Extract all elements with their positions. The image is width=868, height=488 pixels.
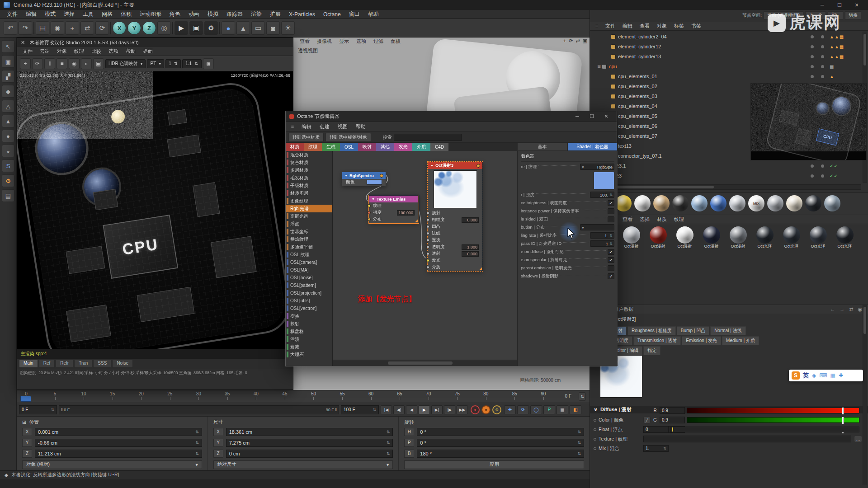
keying-tool-button[interactable]: ◧ <box>570 405 581 414</box>
object-name[interactable]: cpu_elements_02 <box>618 84 657 89</box>
toolbar-icon[interactable]: ▣ <box>189 21 203 35</box>
toolbar-icon[interactable] <box>33 22 34 34</box>
node-input-row[interactable]: 置换 <box>428 237 482 244</box>
ime-toolbar[interactable]: S 英 ◈⌨▦✚ <box>789 370 863 381</box>
hdr-tonemap-dropdown[interactable]: HDR 色调映射▾ <box>105 59 146 68</box>
material-preset-sphere[interactable] <box>653 195 670 211</box>
property-control[interactable]: ✓ <box>608 273 614 279</box>
menu-item[interactable]: 体积 <box>117 10 136 18</box>
material-preset-sphere[interactable] <box>672 195 689 211</box>
material-menu-item[interactable]: 查看 <box>619 216 636 223</box>
texture-link-field[interactable] <box>643 436 851 442</box>
object-name[interactable]: cpu_elements_07 <box>618 133 657 139</box>
property-control[interactable] <box>608 208 614 214</box>
viewport-menu-item[interactable]: 选项 <box>353 38 370 45</box>
input-pin[interactable] <box>426 232 429 235</box>
ime-logo-icon[interactable]: S <box>792 371 800 380</box>
material-preset-sphere[interactable]: MIX <box>748 195 764 211</box>
record-button[interactable]: ● <box>471 405 480 414</box>
render-pass-tab[interactable]: Noise <box>112 360 133 368</box>
toolbar-icon[interactable]: ◙ <box>266 21 280 35</box>
record-button[interactable]: ● <box>481 405 491 414</box>
library-item[interactable]: OSL[pattern] <box>286 282 332 289</box>
input-pin[interactable] <box>368 204 371 207</box>
render-pass-tab[interactable]: Tran <box>74 360 92 368</box>
attribute-nav-icon[interactable]: ◉ <box>858 306 862 312</box>
input-pin[interactable] <box>368 211 371 214</box>
object-tags[interactable]: ▲▲▦ <box>830 34 859 39</box>
property-control[interactable]: RgbSpe <box>580 164 614 170</box>
library-item[interactable]: OSL[utils] <box>286 297 332 305</box>
object-row[interactable]: 灯光3.1 ✓✓ <box>590 161 861 171</box>
object-manager-menu-item[interactable]: 标签 <box>670 23 688 29</box>
library-item[interactable]: 变换 <box>286 312 332 320</box>
expand-icon[interactable]: ⊟ <box>596 64 602 69</box>
object-name[interactable]: element_cylinder13 <box>618 54 661 59</box>
input-pin[interactable] <box>426 239 429 242</box>
toolbar-icon[interactable]: + <box>66 21 79 35</box>
spin-icon[interactable]: ⇅ <box>577 451 581 456</box>
position-value-field[interactable]: 0.001 cm⇅ <box>35 428 202 436</box>
render-pass-tab[interactable]: SSS <box>93 360 111 368</box>
object-tags[interactable]: ▲ <box>830 74 859 79</box>
node-oct-diffuse3[interactable]: ▼Oct漫射3 漫射 粗糙度0.000 凹凸 法线 置换 透明度1.000 透射… <box>428 162 483 271</box>
viewport-menu-item[interactable]: 过滤 <box>370 38 387 45</box>
window-control-button[interactable]: ☐ <box>832 2 847 8</box>
ime-tool-icon[interactable]: ✚ <box>839 372 843 379</box>
node-texture-emission[interactable]: ▼Texture Emiss 纹理 强度100.000 分布 ◢ <box>369 195 419 223</box>
object-name[interactable]: cpu_elements_05 <box>618 113 657 119</box>
property-control[interactable] <box>580 224 614 230</box>
material-thumbnail[interactable]: Oct漫射 <box>672 226 698 250</box>
transport-button[interactable]: ◀| <box>393 405 405 414</box>
color-swatch[interactable] <box>367 180 382 185</box>
spin-icon[interactable]: ⇅ <box>577 430 581 434</box>
library-item[interactable]: 大理石 <box>286 351 332 358</box>
size-value-field[interactable]: 18.361 cm⇅ <box>226 428 393 436</box>
node-input-row[interactable]: 粗糙度0.000 <box>428 216 482 223</box>
object-row[interactable]: cpu_elements_01 ▲ <box>590 71 861 81</box>
material-preset-sphere[interactable] <box>729 195 745 211</box>
node-collapse-icon[interactable]: ▼ <box>430 164 434 167</box>
collapse-icon[interactable]: ∨ <box>594 407 598 413</box>
transport-button[interactable]: |◀ <box>381 405 392 414</box>
library-item[interactable]: OSL[noise] <box>286 274 332 282</box>
menu-item[interactable]: 角色 <box>165 10 184 18</box>
property-tab[interactable]: 基本 <box>517 143 567 151</box>
node-editor-menu-item[interactable]: 创建 <box>316 123 334 130</box>
object-tags[interactable]: ✓✓ <box>830 164 859 169</box>
camera-sync-icon[interactable]: ◙ <box>203 58 214 69</box>
toolbar-icon[interactable]: Y <box>127 21 141 35</box>
render-pass-tab[interactable]: Main <box>19 360 38 368</box>
library-item[interactable]: OSL[vectron] <box>286 305 332 312</box>
node-category-tab[interactable]: OSL <box>340 143 358 151</box>
viewer-menu-item[interactable]: 帮助 <box>122 48 139 55</box>
visibility-dot[interactable] <box>811 45 814 48</box>
frame-range-slider[interactable]: ‖ 0 F 90 F ‖ <box>59 405 339 414</box>
toolbar-icon[interactable]: ⚙ <box>204 21 218 35</box>
object-name[interactable]: element_cylinder2_04 <box>618 34 667 39</box>
library-item[interactable]: 投射 <box>286 320 332 328</box>
menu-item[interactable]: 模拟 <box>203 10 222 18</box>
input-pin[interactable] <box>426 225 429 228</box>
viewport-nav-icon[interactable]: ⟳ <box>569 38 573 44</box>
rotation-value-field[interactable]: 0 °⇅ <box>417 428 584 436</box>
object-tags[interactable]: ▲▲▦ <box>830 44 859 49</box>
viewer-menu-item[interactable]: 对象 <box>53 48 71 55</box>
node-input-row[interactable]: 分布 <box>369 216 418 223</box>
channel-value-field[interactable]: 0.9 <box>660 407 685 414</box>
position-value-field[interactable]: -0.66 cm⇅ <box>35 439 202 447</box>
toolbar-icon[interactable]: ⟳ <box>95 21 109 35</box>
spin-icon[interactable]: ⇅ <box>195 430 199 434</box>
material-menu-item[interactable]: 纹理 <box>670 216 688 223</box>
toolbar-icon[interactable]: ⇄ <box>80 21 94 35</box>
toolbar-icon[interactable] <box>172 22 173 34</box>
input-pin[interactable] <box>426 218 429 221</box>
coordinate-mode-dropdown[interactable]: 对象 (相对)▾ <box>22 460 202 469</box>
node-editor-menu-item[interactable]: 编辑 <box>297 123 316 130</box>
object-tags[interactable]: ▦ <box>830 64 859 69</box>
material-preset-sphere[interactable] <box>767 195 783 211</box>
viewport-menu-item[interactable]: 查看 <box>296 38 313 45</box>
range-end-grip[interactable]: 90 F ‖ <box>326 408 337 412</box>
menu-item[interactable]: 动画 <box>184 10 203 18</box>
ime-language-toggle[interactable]: 英 <box>803 371 809 380</box>
